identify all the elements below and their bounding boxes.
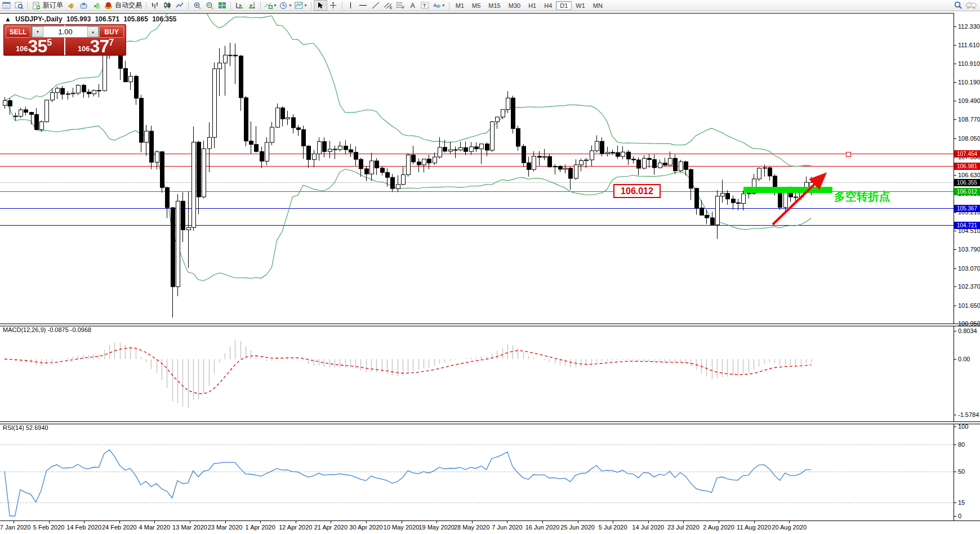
quote-bar: ▲ USDJPY-,Daily 105.993 106.571 105.865 … — [5, 15, 179, 23]
support-line-2-badge: 104.721 — [954, 222, 980, 229]
lot-decrease-button[interactable]: ▼ — [32, 26, 43, 37]
turning-point-annotation[interactable]: 多空转折点 — [834, 189, 890, 204]
resistance-line-2-badge: 106.981 — [954, 163, 980, 170]
buy-price-base: 106 — [78, 44, 90, 53]
symbol-direction-icon: ▲ — [5, 15, 11, 23]
rsi-label: RSI(14) 52.6940 — [3, 424, 48, 431]
line-anchor-marker[interactable] — [846, 152, 851, 157]
lot-increase-button[interactable]: ▲ — [87, 26, 99, 37]
sell-price: 106 35 5 — [4, 37, 64, 55]
one-click-trading-panel: 106 35 5 106 37 7 SELL ▼ 1.00 ▲ BUY — [3, 24, 126, 56]
buy-button[interactable]: BUY — [99, 26, 124, 38]
buy-price-pip: 7 — [109, 38, 114, 48]
chart-canvas[interactable] — [0, 0, 980, 534]
support-line-1-badge: 105.367 — [954, 205, 980, 212]
quote-low: 105.865 — [123, 15, 148, 23]
sell-price-pip: 5 — [47, 38, 52, 48]
trend-arrow[interactable] — [763, 166, 836, 231]
lot-size-control: ▼ 1.00 ▲ — [32, 26, 99, 38]
sell-price-main: 35 — [28, 38, 47, 55]
bid-price-line-badge: 106.355 — [954, 179, 980, 186]
macd-label: MACD(12,26,9) -0.0875 -0.0968 — [3, 326, 91, 333]
quote-open: 105.993 — [66, 15, 91, 23]
quote-high: 106.571 — [95, 15, 119, 23]
price-callout-label[interactable]: 106.012 — [613, 184, 661, 198]
symbol-name: USDJPY-,Daily — [15, 15, 62, 23]
pivot-line-badge: 106.012 — [954, 188, 980, 195]
mt4-window: 新订单 自动交易 — [0, 0, 980, 534]
sell-price-base: 106 — [16, 44, 28, 53]
resistance-line-1-badge: 107.454 — [954, 150, 980, 158]
buy-price-main: 37 — [90, 38, 109, 55]
buy-price: 106 37 7 — [66, 37, 126, 55]
sell-button[interactable]: SELL — [6, 26, 30, 38]
lot-size-input[interactable]: 1.00 — [43, 26, 87, 37]
quote-close: 106.355 — [152, 15, 176, 23]
